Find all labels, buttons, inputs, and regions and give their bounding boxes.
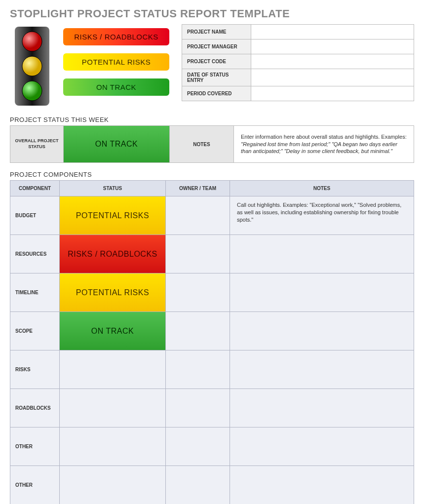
- table-row: ROADBLOCKS: [10, 389, 414, 427]
- component-notes-cell[interactable]: Call out highlights. Examples: "Exceptio…: [230, 196, 414, 235]
- col-notes: NOTES: [230, 181, 414, 196]
- top-row: RISKS / ROADBLOCKS POTENTIAL RISKS ON TR…: [10, 24, 414, 108]
- overall-status-cell[interactable]: ON TRACK: [64, 126, 170, 163]
- info-label: PROJECT NAME: [182, 25, 251, 39]
- component-label: OTHER: [10, 427, 60, 466]
- col-component: COMPONENT: [10, 181, 60, 196]
- svg-point-1: [22, 32, 42, 51]
- stoplight-icon: [10, 24, 54, 108]
- component-owner-cell[interactable]: [166, 312, 230, 350]
- page-title: STOPLIGHT PROJECT STATUS REPORT TEMPLATE: [10, 7, 414, 20]
- svg-point-2: [22, 56, 42, 76]
- component-status-cell[interactable]: POTENTIAL RISKS: [60, 196, 166, 235]
- component-owner-cell[interactable]: [166, 427, 230, 466]
- status-badge: POTENTIAL RISKS: [60, 273, 165, 311]
- status-badge: ON TRACK: [60, 312, 165, 350]
- component-owner-cell[interactable]: [166, 196, 230, 235]
- notes-italic: "Regained lost time from last period;" "…: [241, 141, 397, 155]
- component-notes-cell[interactable]: [230, 466, 414, 504]
- info-value[interactable]: [251, 39, 414, 54]
- table-row: OTHER: [10, 466, 414, 504]
- legend-pill-red: RISKS / ROADBLOCKS: [63, 28, 169, 45]
- component-label: SCOPE: [10, 312, 60, 350]
- component-notes-cell[interactable]: [230, 427, 414, 466]
- component-label: OTHER: [10, 466, 60, 504]
- component-status-cell[interactable]: POTENTIAL RISKS: [60, 273, 166, 312]
- status-badge: RISKS / ROADBLOCKS: [60, 235, 165, 273]
- component-owner-cell[interactable]: [166, 350, 230, 389]
- component-status-cell[interactable]: [60, 350, 166, 389]
- info-label: PERIOD COVERED: [182, 86, 251, 101]
- component-status-cell[interactable]: [60, 466, 166, 504]
- svg-point-3: [22, 81, 42, 101]
- col-owner: OWNER / TEAM: [166, 181, 230, 196]
- section-status-week: PROJECT STATUS THIS WEEK: [10, 116, 414, 123]
- component-status-cell[interactable]: [60, 389, 166, 427]
- components-table: COMPONENT STATUS OWNER / TEAM NOTES BUDG…: [10, 180, 414, 504]
- info-value[interactable]: [251, 54, 414, 69]
- legend-box: RISKS / ROADBLOCKS POTENTIAL RISKS ON TR…: [10, 24, 169, 108]
- component-label: BUDGET: [10, 196, 60, 235]
- component-label: TIMELINE: [10, 273, 60, 312]
- section-components: PROJECT COMPONENTS: [10, 171, 414, 178]
- component-notes-cell[interactable]: [230, 312, 414, 350]
- table-row: OTHER: [10, 427, 414, 466]
- component-status-cell[interactable]: [60, 427, 166, 466]
- notes-label: NOTES: [170, 126, 234, 163]
- component-owner-cell[interactable]: [166, 273, 230, 312]
- overall-status-badge: ON TRACK: [64, 126, 169, 162]
- component-notes-cell[interactable]: [230, 389, 414, 427]
- component-status-cell[interactable]: ON TRACK: [60, 312, 166, 350]
- status-badge: POTENTIAL RISKS: [60, 196, 165, 234]
- project-info-table: PROJECT NAME PROJECT MANAGER PROJECT COD…: [182, 24, 414, 101]
- component-label: RESOURCES: [10, 235, 60, 273]
- info-value[interactable]: [251, 86, 414, 101]
- component-notes-cell[interactable]: [230, 273, 414, 312]
- info-label: PROJECT CODE: [182, 54, 251, 69]
- info-label: PROJECT MANAGER: [182, 39, 251, 54]
- table-row: SCOPEON TRACK: [10, 312, 414, 350]
- component-owner-cell[interactable]: [166, 389, 230, 427]
- info-label: DATE OF STATUS ENTRY: [182, 69, 251, 86]
- component-owner-cell[interactable]: [166, 235, 230, 273]
- table-row: RISKS: [10, 350, 414, 389]
- legend-pill-yellow: POTENTIAL RISKS: [63, 53, 169, 71]
- table-row: RESOURCESRISKS / ROADBLOCKS: [10, 235, 414, 273]
- component-owner-cell[interactable]: [166, 466, 230, 504]
- component-notes-cell[interactable]: [230, 235, 414, 273]
- col-status: STATUS: [60, 181, 166, 196]
- notes-plain: Enter information here about overall sta…: [241, 134, 407, 140]
- table-row: TIMELINEPOTENTIAL RISKS: [10, 273, 414, 312]
- component-status-cell[interactable]: RISKS / ROADBLOCKS: [60, 235, 166, 273]
- status-week-table: OVERALL PROJECT STATUS ON TRACK NOTES En…: [10, 125, 414, 163]
- component-notes-cell[interactable]: [230, 350, 414, 389]
- legend-pills: RISKS / ROADBLOCKS POTENTIAL RISKS ON TR…: [63, 24, 169, 100]
- component-label: ROADBLOCKS: [10, 389, 60, 427]
- info-value[interactable]: [251, 25, 414, 39]
- legend-pill-green: ON TRACK: [63, 78, 169, 96]
- notes-cell[interactable]: Enter information here about overall sta…: [234, 126, 414, 163]
- table-row: BUDGETPOTENTIAL RISKSCall out highlights…: [10, 196, 414, 235]
- overall-status-label: OVERALL PROJECT STATUS: [10, 126, 64, 163]
- component-label: RISKS: [10, 350, 60, 389]
- info-value[interactable]: [251, 69, 414, 86]
